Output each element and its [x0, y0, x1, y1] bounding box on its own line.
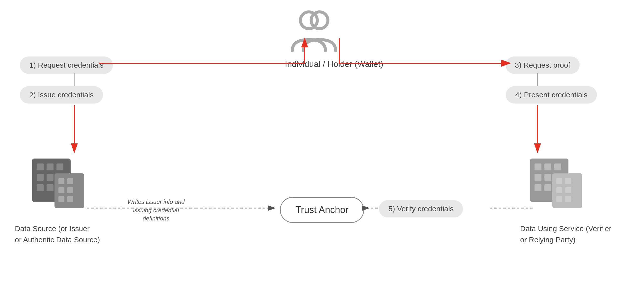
svg-rect-18 [67, 196, 73, 202]
svg-rect-23 [534, 174, 542, 181]
svg-rect-32 [556, 187, 562, 193]
issuer-label-line2: or Authentic Data Source) [15, 236, 100, 244]
issuer-label: Data Source (or Issuer or Authentic Data… [15, 223, 109, 245]
svg-rect-16 [67, 187, 73, 193]
writes-label: Writes issuer info and issuing credentia… [121, 198, 191, 223]
svg-rect-3 [37, 164, 44, 170]
svg-rect-10 [46, 184, 54, 191]
step1-label: 1) Request credentials [20, 56, 113, 74]
svg-rect-7 [46, 174, 54, 181]
svg-rect-27 [544, 184, 551, 191]
svg-rect-9 [37, 184, 44, 191]
person-holder-icon: Individual / Holder (Wallet) [285, 8, 342, 69]
svg-rect-35 [565, 196, 571, 202]
step5-label: 5) Verify credentials [379, 200, 463, 218]
svg-rect-31 [565, 178, 571, 184]
person-label: Individual / Holder (Wallet) [285, 59, 342, 69]
step2-badge: 2) Issue credentials [20, 86, 103, 104]
svg-rect-6 [37, 174, 44, 181]
verifier-label-line1: Data Using Service (Verifier [520, 224, 611, 232]
svg-rect-24 [544, 174, 551, 181]
writes-text: Writes issuer info and issuing credentia… [128, 198, 185, 222]
step5-badge: 5) Verify credentials [379, 200, 463, 218]
svg-rect-33 [565, 187, 571, 193]
verifier-building-icon [528, 154, 584, 212]
svg-rect-22 [554, 164, 561, 170]
step3-label: 3) Request proof [506, 56, 580, 74]
step4-badge: 4) Present credentials [506, 86, 597, 104]
svg-rect-4 [46, 164, 54, 170]
verifier-label-line2: or Relying Party) [520, 236, 576, 244]
svg-rect-21 [544, 164, 551, 170]
svg-rect-30 [556, 178, 562, 184]
svg-rect-34 [556, 196, 562, 202]
svg-rect-26 [534, 184, 542, 191]
step3-badge: 3) Request proof [506, 56, 580, 74]
trust-anchor-label: Trust Anchor [296, 204, 348, 215]
svg-rect-14 [67, 178, 73, 184]
svg-rect-20 [534, 164, 542, 170]
issuer-building-icon [30, 154, 87, 212]
step4-label: 4) Present credentials [506, 86, 597, 104]
svg-rect-17 [58, 196, 64, 202]
step2-label: 2) Issue credentials [20, 86, 103, 104]
svg-rect-15 [58, 187, 64, 193]
svg-rect-13 [58, 178, 64, 184]
issuer-label-line1: Data Source (or Issuer [15, 224, 90, 232]
svg-point-1 [300, 12, 317, 29]
svg-rect-5 [56, 164, 64, 170]
diagram-container: Individual / Holder (Wallet) 1) Request … [0, 0, 644, 296]
step1-badge: 1) Request credentials [20, 56, 113, 74]
trust-anchor-box: Trust Anchor [280, 197, 364, 223]
verifier-label: Data Using Service (Verifier or Relying … [520, 223, 619, 245]
